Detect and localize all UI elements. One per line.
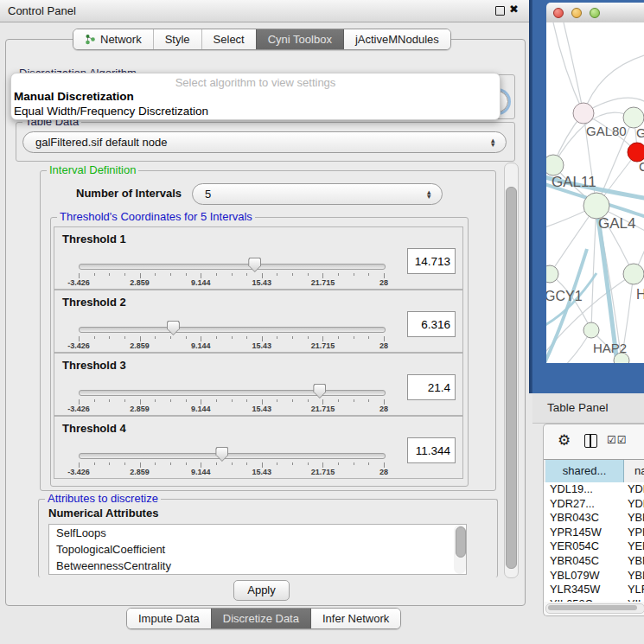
tab-jactivemnodules[interactable]: jActiveMNodules <box>343 29 450 49</box>
slider-tick <box>216 273 217 276</box>
cell-name: YER0 <box>628 539 644 554</box>
table-data-value: galFiltered.sif default node <box>35 136 167 149</box>
float-window-icon[interactable] <box>495 6 505 16</box>
numerical-attributes-label: Numerical Attributes <box>48 507 158 520</box>
network-node[interactable] <box>573 103 594 124</box>
threshold-value-field[interactable] <box>407 374 456 400</box>
split-table-icon[interactable] <box>584 434 597 448</box>
tab-network[interactable]: Network <box>73 29 153 49</box>
slider-tick <box>232 399 233 402</box>
attribute-item-selfloops[interactable]: SelfLoops <box>49 525 466 541</box>
threshold-label: Threshold 4 <box>62 422 126 435</box>
gear-icon[interactable]: ⚙ <box>558 431 571 450</box>
table-rows: YDL19...YDL1YDR27...YDR2YBR043CYBR0YPR14… <box>544 482 644 602</box>
slider-track[interactable] <box>79 390 386 396</box>
close-traffic-light[interactable] <box>553 8 564 18</box>
slider-tick <box>216 399 217 402</box>
table-row[interactable]: YBR043CYBR0 <box>544 511 644 526</box>
table-row[interactable]: YLR345WYLR3 <box>544 583 644 597</box>
attributes-scrollbar-track[interactable] <box>454 525 466 574</box>
tab-cyni-toolbox[interactable]: Cyni Toolbox <box>256 29 343 49</box>
table-toolbar: ⚙ ☑☑ <box>544 424 644 457</box>
column-checkboxes-icon[interactable]: ☑☑ <box>607 434 628 446</box>
number-of-intervals-combobox[interactable]: 5 ▲▼ <box>192 183 443 205</box>
slider-tick <box>170 273 171 276</box>
table-data-combobox[interactable]: galFiltered.sif default node ▲▼ <box>22 131 507 153</box>
attributes-title: Attributes to discretize <box>45 492 161 505</box>
slider-tick <box>308 462 309 465</box>
slider-thumb[interactable] <box>248 258 261 272</box>
table-row[interactable]: YDL19...YDL1 <box>544 482 644 497</box>
number-of-intervals-value: 5 <box>205 188 211 201</box>
tab-impute-data[interactable]: Impute Data <box>127 609 211 628</box>
cell-shared-name: YDL19... <box>550 482 593 497</box>
table-hscrollbar-track[interactable] <box>545 603 644 614</box>
network-node[interactable] <box>583 322 599 338</box>
table-row[interactable]: YBR045CYBR0 <box>544 554 644 569</box>
control-panel-tabs: NetworkStyleSelectCyni ToolboxjActiveMNo… <box>73 29 451 50</box>
network-canvas[interactable]: GAL80GAL11GAL4GCY1HAP2GCH <box>546 22 644 363</box>
slider-tick <box>94 273 95 276</box>
attributes-scrollbar-thumb[interactable] <box>456 526 466 558</box>
network-edge <box>553 22 583 113</box>
threshold-value-field[interactable] <box>407 248 456 274</box>
network-node[interactable] <box>546 155 564 175</box>
cell-name: YDR2 <box>628 497 644 512</box>
attribute-item-topologicalcoefficient[interactable]: TopologicalCoefficient <box>49 541 466 558</box>
tab-select[interactable]: Select <box>201 29 256 49</box>
tab-label: Infer Network <box>322 612 389 625</box>
network-edge <box>564 22 583 113</box>
slider-tick <box>155 273 156 276</box>
network-node[interactable] <box>623 264 644 284</box>
tab-infer-network[interactable]: Infer Network <box>310 609 400 628</box>
slider-track[interactable] <box>79 327 386 333</box>
column-header-name[interactable]: name <box>624 460 644 482</box>
slider-tick <box>186 399 187 402</box>
slider-tick <box>216 336 217 339</box>
cell-name: YDL1 <box>628 482 644 497</box>
threshold-value-field[interactable] <box>407 311 456 337</box>
tab-label: Discretize Data <box>223 612 299 625</box>
screen: Control Panel ✖ NetworkStyleSelectCyni T… <box>0 0 644 644</box>
table-row[interactable]: YPR145WYPR1 <box>544 526 644 540</box>
slider-track[interactable] <box>79 453 386 459</box>
network-window: GAL80GAL11GAL4GCY1HAP2GCH <box>546 3 644 363</box>
threshold-2-panel: Threshold 2-3.4262.8599.14415.4321.71528 <box>54 290 463 353</box>
apply-button[interactable]: Apply <box>233 580 290 601</box>
slider-thumb[interactable] <box>167 321 180 335</box>
tab-label: Style <box>165 33 190 46</box>
panel-scrollbar-track[interactable] <box>504 163 519 578</box>
popup-item-equal-width-frequency[interactable]: Equal Width/Frequency Discretization <box>14 105 208 118</box>
slider-track[interactable] <box>79 264 386 270</box>
slider-thumb[interactable] <box>215 447 228 462</box>
slider-tick-label: 9.144 <box>191 468 211 476</box>
panel-scrollbar-thumb[interactable] <box>506 187 517 569</box>
threshold-coordinates-title: Threshold's Coordinates for 5 Intervals <box>57 210 255 223</box>
table-header-row: shared... name <box>544 459 644 483</box>
table-row[interactable]: YDR27...YDR2 <box>544 497 644 512</box>
column-header-shared-name[interactable]: shared... <box>545 460 624 482</box>
network-window-titlebar[interactable] <box>546 3 644 23</box>
attribute-item-betweennesscentrality[interactable]: BetweennessCentrality <box>49 558 466 574</box>
slider-tick-label: 21.715 <box>311 278 335 287</box>
table-row[interactable]: YER054CYER0 <box>544 539 644 554</box>
close-icon[interactable]: ✖ <box>509 3 519 16</box>
popup-item-manual-discretization[interactable]: Manual Discretization <box>14 90 134 103</box>
tab-label: Impute Data <box>138 612 200 625</box>
slider-tick <box>246 273 247 276</box>
minimize-traffic-light[interactable] <box>571 8 582 18</box>
slider-tick <box>354 462 354 465</box>
tab-discretize-data[interactable]: Discretize Data <box>211 609 310 628</box>
tab-label: Cyni Toolbox <box>268 33 332 46</box>
slider-tick <box>232 273 233 276</box>
table-hscrollbar-thumb[interactable] <box>548 605 637 610</box>
table-row[interactable]: YIL052CYIL0 <box>544 597 644 602</box>
table-row[interactable]: YBL079WYBL0 <box>544 569 644 583</box>
zoom-traffic-light[interactable] <box>590 8 600 18</box>
cell-name: YBR0 <box>628 511 644 526</box>
slider-tick <box>368 399 369 402</box>
slider-tick <box>308 273 309 276</box>
tab-style[interactable]: Style <box>153 29 201 49</box>
threshold-value-field[interactable] <box>407 437 456 463</box>
slider-thumb[interactable] <box>313 384 326 399</box>
